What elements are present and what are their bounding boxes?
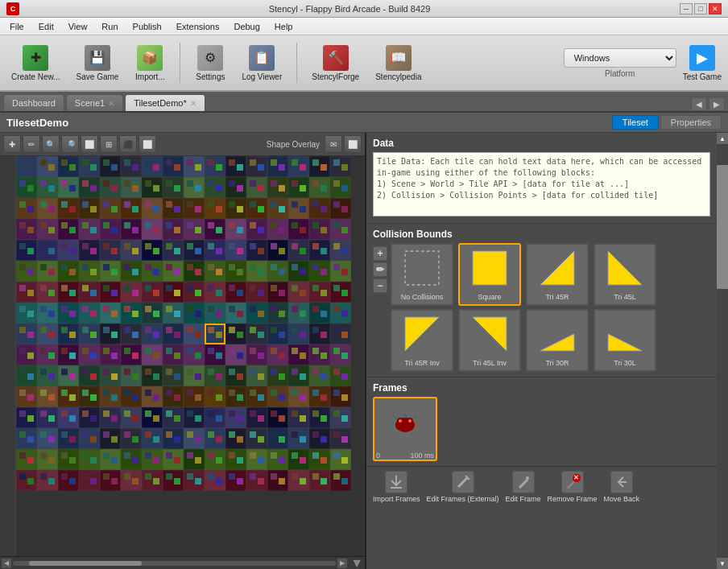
tileset-horizontal-scrollbar[interactable]: ◀ ▶ ▼	[0, 556, 365, 569]
collision-tri30r[interactable]: Tri 30R	[526, 309, 589, 372]
ts-fill-button[interactable]: ⬛	[119, 135, 137, 153]
tab-tileset[interactable]: Tileset	[612, 115, 659, 130]
hscroll-thumb[interactable]	[29, 561, 142, 566]
ts-zoom-out-button[interactable]: 🔎	[61, 135, 79, 153]
collision-square[interactable]: Square	[458, 243, 521, 306]
tab-bar: Dashboard Scene1 ✕ TilesetDemo* ✕ ◀ ▶	[0, 92, 728, 113]
right-scrollbar[interactable]: ▲ ▼	[717, 133, 728, 569]
tab-scene1[interactable]: Scene1 ✕	[66, 94, 123, 111]
menu-bar: File Edit View Run Publish Extensions De…	[0, 18, 728, 35]
no-collision-label: No Collisions	[401, 293, 444, 301]
square-label: Square	[478, 293, 501, 301]
platform-area: Windows Mac Linux Flash Android iOS Plat…	[564, 45, 722, 81]
vscroll-down[interactable]: ▼	[717, 558, 728, 569]
remove-frame-button[interactable]: ✕ Remove Frame	[548, 471, 598, 503]
edit-frame-button[interactable]: Edit Frame	[506, 471, 541, 503]
menu-debug[interactable]: Debug	[227, 20, 266, 33]
maximize-button[interactable]: □	[694, 3, 707, 14]
remove-frame-icon: ✕	[561, 471, 584, 493]
svg-point-18	[526, 476, 529, 480]
create-new-button[interactable]: ✚ Create New...	[6, 42, 65, 85]
import-frames-button[interactable]: Import Frames	[373, 471, 420, 503]
collision-tri30l[interactable]: Tri 30L	[594, 309, 656, 372]
collision-remove-button[interactable]: −	[373, 278, 387, 293]
hscroll-track[interactable]	[13, 561, 336, 566]
minimize-button[interactable]: ─	[680, 3, 693, 14]
vscroll-up[interactable]: ▲	[717, 133, 728, 144]
ts-pencil-button[interactable]: ✏	[23, 135, 40, 153]
collision-tri45l[interactable]: Tri 45L	[594, 243, 656, 306]
shape-overlay-btn2[interactable]: ⬜	[344, 135, 362, 153]
menu-extensions[interactable]: Extensions	[170, 20, 226, 33]
save-icon: 💾	[85, 45, 110, 71]
move-back-button[interactable]: Move Back	[604, 471, 640, 503]
frame-duration: 100 ms	[410, 451, 434, 460]
tab-tilesetdemo[interactable]: TilesetDemo* ✕	[125, 94, 205, 111]
tile-data-textarea[interactable]: Tile Data: Each tile can hold text data …	[373, 152, 710, 216]
frames-toolbar: Import Frames Edit Frames (External)	[366, 466, 717, 506]
import-icon: 📦	[137, 45, 163, 71]
close-button[interactable]: ✕	[709, 3, 722, 14]
collision-tri45ri[interactable]: Tri 45R Inv	[391, 309, 453, 372]
tri45li-shape	[460, 311, 519, 357]
stencylpedia-icon: 📖	[386, 45, 412, 71]
collision-edit-button[interactable]: ✏	[373, 262, 387, 277]
platform-select[interactable]: Windows Mac Linux Flash Android iOS	[564, 48, 676, 68]
menu-file[interactable]: File	[3, 20, 31, 33]
collision-tools-col: + ✏ −	[373, 246, 391, 372]
vscroll-thumb[interactable]	[717, 165, 728, 289]
svg-line-12	[405, 414, 407, 418]
collision-section-header: Collision Bounds	[373, 229, 710, 240]
tab-prev-arrow[interactable]: ◀	[691, 97, 707, 111]
tab-dashboard[interactable]: Dashboard	[3, 94, 64, 111]
tab-next-arrow[interactable]: ▶	[709, 97, 725, 111]
close-tilesetdemo-tab[interactable]: ✕	[190, 99, 196, 108]
stencylpedia-button[interactable]: 📖 Stencylpedia	[370, 42, 426, 85]
ts-erase-button[interactable]: ⬜	[139, 135, 156, 153]
frame-0[interactable]: 0 100 ms	[373, 397, 437, 461]
stencylforge-button[interactable]: 🔨 StencylForge	[307, 42, 364, 85]
menu-help[interactable]: Help	[268, 20, 300, 33]
tileset-grid-area[interactable]	[0, 156, 365, 556]
collision-tri45r[interactable]: Tri 45R	[526, 243, 589, 306]
editor-area: ✚ ✏ 🔍 🔎 ⬜ ⊞ ⬛ ⬜ Shape Overlay ✉ ⬜	[0, 133, 728, 569]
log-viewer-button[interactable]: 📋 Log Viewer	[237, 42, 287, 85]
menu-view[interactable]: View	[62, 20, 94, 33]
collision-none[interactable]: No Collisions	[391, 243, 453, 306]
vscroll-track[interactable]	[717, 144, 728, 558]
close-scene1-tab[interactable]: ✕	[108, 99, 114, 108]
stencylforge-icon: 🔨	[323, 45, 349, 71]
hscroll-right[interactable]: ▶	[337, 559, 347, 568]
tri30r-shape	[527, 311, 587, 357]
settings-button[interactable]: ⚙ Settings	[190, 42, 230, 85]
menu-publish[interactable]: Publish	[126, 20, 168, 33]
tri45ri-label: Tri 45R Inv	[404, 359, 440, 367]
svg-line-11	[393, 415, 397, 419]
tab-properties[interactable]: Properties	[660, 115, 722, 130]
import-button[interactable]: 📦 Import...	[130, 42, 170, 85]
collision-add-button[interactable]: +	[373, 246, 387, 261]
collision-tri45li[interactable]: Tri 45L Inv	[458, 309, 521, 372]
menu-run[interactable]: Run	[95, 20, 124, 33]
tileset-canvas[interactable]	[16, 156, 351, 491]
data-section-header: Data	[373, 138, 710, 149]
shape-overlay-label: Shape Overlay	[267, 140, 320, 149]
ts-select-button[interactable]: ⬜	[81, 135, 98, 153]
import-frames-svg	[388, 474, 404, 490]
ts-zoom-in-button[interactable]: 🔍	[42, 135, 60, 153]
hscroll-left[interactable]: ◀	[2, 559, 11, 568]
menu-edit[interactable]: Edit	[32, 20, 60, 33]
tri45r-shape	[527, 245, 587, 291]
tri45r-icon	[537, 248, 577, 288]
view-tabs: Tileset Properties	[612, 115, 722, 130]
save-game-button[interactable]: 💾 Save Game	[72, 42, 124, 85]
svg-point-15	[408, 419, 412, 423]
shape-overlay-toggle[interactable]: ✉	[325, 135, 342, 153]
tri45l-shape	[595, 245, 655, 291]
test-game-button[interactable]: ▶ Test Game	[683, 45, 722, 81]
ts-grid-button[interactable]: ⊞	[100, 135, 118, 153]
no-collision-icon	[402, 248, 442, 288]
ts-add-button[interactable]: ✚	[3, 135, 21, 153]
edit-frames-external-button[interactable]: Edit Frames (External)	[427, 471, 499, 503]
scroll-down-arrow[interactable]: ▼	[350, 556, 363, 570]
